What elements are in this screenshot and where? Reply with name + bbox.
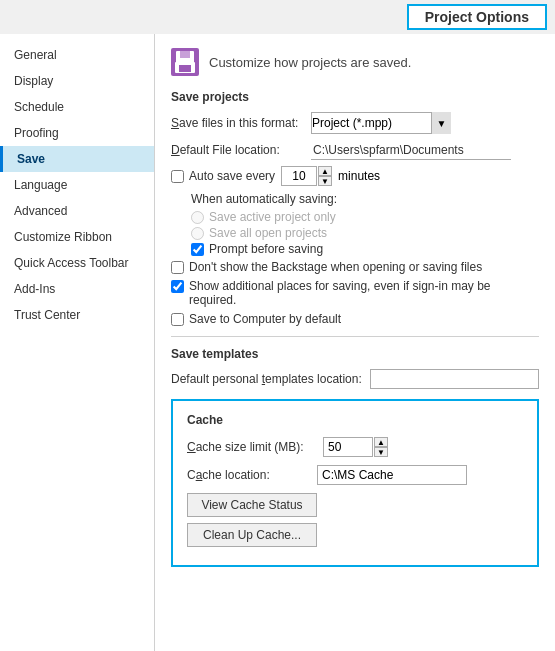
sidebar-item-general[interactable]: General: [0, 42, 154, 68]
save-all-radio[interactable]: [191, 227, 204, 240]
auto-save-value-input[interactable]: [281, 166, 317, 186]
cache-spin-up-button[interactable]: ▲: [374, 437, 388, 447]
cache-title: Cache: [187, 413, 523, 427]
save-to-computer-checkbox[interactable]: [171, 313, 184, 326]
cache-spin-down-button[interactable]: ▼: [374, 447, 388, 457]
save-all-radio-label[interactable]: Save all open projects: [191, 226, 539, 240]
auto-save-label-text: Auto save every: [189, 169, 275, 183]
auto-save-spin-arrows: ▲ ▼: [318, 166, 332, 186]
spin-down-button[interactable]: ▼: [318, 176, 332, 186]
prompt-label-text: Prompt before saving: [209, 242, 323, 256]
save-projects-title: Save projects: [171, 90, 539, 104]
cache-size-spinbox: ▲ ▼: [323, 437, 388, 457]
templates-input[interactable]: [370, 369, 539, 389]
templates-row: Default personal templates location:: [171, 369, 539, 389]
save-active-label: Save active project only: [209, 210, 336, 224]
cache-size-input[interactable]: [323, 437, 373, 457]
save-templates-title: Save templates: [171, 347, 539, 361]
save-icon: [171, 48, 199, 76]
svg-rect-4: [179, 65, 191, 72]
dont-show-backstage-label: Don't show the Backstage when opening or…: [189, 260, 482, 274]
dont-show-backstage-row: Don't show the Backstage when opening or…: [171, 260, 539, 274]
cache-size-row: Cache size limit (MB): ▲ ▼: [187, 437, 523, 457]
save-format-label: Save files in this format:: [171, 116, 311, 130]
auto-save-checkbox-label[interactable]: Auto save every: [171, 169, 275, 183]
cache-size-spin-arrows: ▲ ▼: [374, 437, 388, 457]
clean-up-cache-button[interactable]: Clean Up Cache...: [187, 523, 317, 547]
auto-save-spinbox: ▲ ▼: [281, 166, 332, 186]
default-file-row: Default File location:: [171, 140, 539, 160]
sidebar: General Display Schedule Proofing Save L…: [0, 34, 155, 651]
save-format-row: Save files in this format: Project (*.mp…: [171, 112, 539, 134]
sidebar-item-quick-access-toolbar[interactable]: Quick Access Toolbar: [0, 250, 154, 276]
auto-save-checkbox[interactable]: [171, 170, 184, 183]
sidebar-item-language[interactable]: Language: [0, 172, 154, 198]
page-title: Project Options: [407, 4, 547, 30]
cache-location-label: Cache location:: [187, 468, 317, 482]
save-active-radio-label[interactable]: Save active project only: [191, 210, 539, 224]
save-format-select[interactable]: Project (*.mpp): [311, 112, 451, 134]
sidebar-item-save[interactable]: Save: [0, 146, 154, 172]
cache-location-row: Cache location:: [187, 465, 523, 485]
prompt-before-saving-label[interactable]: Prompt before saving: [191, 242, 539, 256]
save-format-select-wrapper: Project (*.mpp) ▼: [311, 112, 451, 134]
save-active-radio[interactable]: [191, 211, 204, 224]
sidebar-item-proofing[interactable]: Proofing: [0, 120, 154, 146]
auto-save-row: Auto save every ▲ ▼ minutes: [171, 166, 539, 186]
sidebar-item-add-ins[interactable]: Add-Ins: [0, 276, 154, 302]
spin-up-button[interactable]: ▲: [318, 166, 332, 176]
auto-save-sub: When automatically saving: Save active p…: [191, 192, 539, 256]
header-text: Customize how projects are saved.: [209, 55, 411, 70]
when-auto-saving-label: When automatically saving:: [191, 192, 539, 206]
cache-box: Cache Cache size limit (MB): ▲ ▼ Cache l…: [171, 399, 539, 567]
show-additional-checkbox[interactable]: [171, 280, 184, 293]
auto-save-unit: minutes: [338, 169, 380, 183]
save-all-label: Save all open projects: [209, 226, 327, 240]
sidebar-item-customize-ribbon[interactable]: Customize Ribbon: [0, 224, 154, 250]
default-file-label: Default File location:: [171, 143, 311, 157]
show-additional-row: Show additional places for saving, even …: [171, 279, 539, 307]
show-additional-label: Show additional places for saving, even …: [189, 279, 539, 307]
sidebar-item-schedule[interactable]: Schedule: [0, 94, 154, 120]
svg-rect-2: [180, 51, 190, 58]
content-area: Customize how projects are saved. Save p…: [155, 34, 555, 651]
section-divider-1: [171, 336, 539, 337]
save-to-computer-label: Save to Computer by default: [189, 312, 341, 326]
sidebar-item-display[interactable]: Display: [0, 68, 154, 94]
templates-label: Default personal templates location:: [171, 372, 362, 386]
sidebar-item-trust-center[interactable]: Trust Center: [0, 302, 154, 328]
prompt-before-saving-checkbox[interactable]: [191, 243, 204, 256]
sidebar-item-advanced[interactable]: Advanced: [0, 198, 154, 224]
default-file-input[interactable]: [311, 140, 511, 160]
dont-show-backstage-checkbox[interactable]: [171, 261, 184, 274]
view-cache-status-button[interactable]: View Cache Status: [187, 493, 317, 517]
cache-size-label: Cache size limit (MB):: [187, 440, 317, 454]
save-to-computer-row: Save to Computer by default: [171, 312, 539, 326]
cache-location-input[interactable]: [317, 465, 467, 485]
content-header: Customize how projects are saved.: [171, 48, 539, 76]
